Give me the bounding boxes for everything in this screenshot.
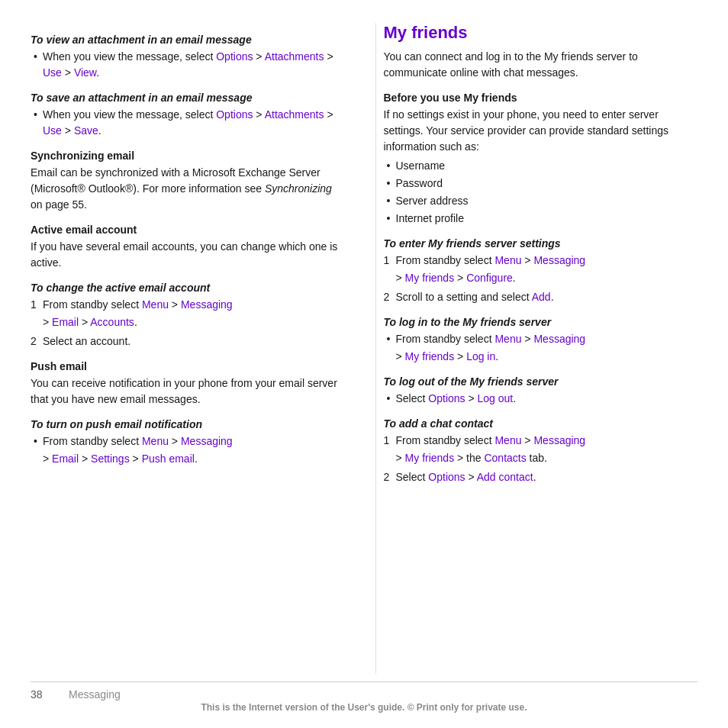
- link-messaging-5[interactable]: Messaging: [533, 434, 585, 446]
- heading-log-out: To log out of the My friends server: [384, 375, 698, 388]
- heading-save-attachment: To save an attachment in an email messag…: [31, 92, 345, 104]
- link-messaging-2[interactable]: Messaging: [181, 435, 233, 447]
- section-enter-settings: To enter My friends server settings 1 Fr…: [384, 237, 698, 305]
- step1-add-contact: 1 From standby select Menu > Messaging: [384, 433, 698, 449]
- link-menu-3[interactable]: Menu: [494, 254, 521, 266]
- step2-enter-settings: 2 Scroll to a setting and select Add.: [384, 289, 698, 305]
- footer-page-number: 38: [31, 688, 53, 701]
- section-sync-email: Synchronizing email Email can be synchro…: [31, 150, 345, 213]
- link-push-email[interactable]: Push email: [142, 453, 195, 465]
- bullet-view-text: When you view the message, select: [43, 50, 216, 63]
- page-container: To view an attachment in an email messag…: [0, 0, 728, 728]
- heading-active-account: Active email account: [31, 224, 345, 236]
- bullet-log-in-cont: > My friends > Log in.: [384, 349, 698, 365]
- link-save-1[interactable]: Save: [74, 124, 98, 137]
- heading-change-account: To change the active email account: [31, 282, 345, 294]
- section-log-in: To log in to the My friends server From …: [384, 316, 698, 365]
- intro-my-friends: You can connect and log in to the My fri…: [384, 49, 698, 81]
- step1-enter-text: From standby select: [396, 254, 495, 266]
- step2-add-contact: 2 Select Options > Add contact.: [384, 469, 698, 485]
- step2-change-account: 2 Select an account.: [31, 333, 345, 350]
- link-my-friends-2[interactable]: My friends: [405, 350, 455, 362]
- section-add-chat-contact: To add a chat contact 1 From standby sel…: [384, 417, 698, 485]
- link-menu-4[interactable]: Menu: [494, 333, 521, 345]
- step-num-5: 1: [384, 433, 390, 449]
- bullet-log-in: From standby select Menu > Messaging: [384, 331, 698, 347]
- step1-enter-settings: 1 From standby select Menu > Messaging: [384, 253, 698, 269]
- section-turn-on-push: To turn on push email notification From …: [31, 418, 345, 467]
- heading-add-chat-contact: To add a chat contact: [384, 417, 698, 430]
- link-contacts-tab[interactable]: Contacts: [484, 452, 526, 464]
- body-before-use: If no settings exist in your phone, you …: [384, 107, 698, 155]
- link-options-3[interactable]: Options: [428, 392, 465, 404]
- section-push-email: Push email You can receive notification …: [31, 360, 345, 407]
- sep3: >: [62, 66, 74, 79]
- link-messaging-3[interactable]: Messaging: [533, 254, 585, 266]
- link-messaging-4[interactable]: Messaging: [533, 333, 585, 345]
- link-attachments-1[interactable]: Attachments: [265, 50, 324, 63]
- link-email-1[interactable]: Email: [52, 316, 79, 328]
- bullet-turn-on-push: From standby select Menu > Messaging: [31, 433, 345, 449]
- step1-add-text: From standby select: [396, 434, 495, 446]
- link-settings-1[interactable]: Settings: [91, 453, 130, 465]
- end1: .: [96, 66, 99, 79]
- bullet-push-text: From standby select: [43, 435, 142, 447]
- body-sync-email: Email can be synchronized with a Microso…: [31, 165, 345, 213]
- sep1: >: [253, 50, 264, 63]
- link-my-friends-1[interactable]: My friends: [405, 272, 455, 284]
- step2-enter-text: Scroll to a setting and select: [396, 291, 532, 303]
- right-column: My friends You can connect and log in to…: [375, 23, 698, 674]
- link-options-1[interactable]: Options: [216, 50, 253, 63]
- link-attachments-2[interactable]: Attachments: [265, 108, 324, 121]
- section-change-account: To change the active email account 1 Fro…: [31, 282, 345, 350]
- link-menu-2[interactable]: Menu: [142, 435, 169, 447]
- link-email-2[interactable]: Email: [52, 453, 79, 465]
- footer-section-label: Messaging: [69, 688, 121, 701]
- link-accounts-1[interactable]: Accounts: [90, 316, 134, 328]
- heading-view-attachment: To view an attachment in an email messag…: [31, 34, 345, 46]
- body-active-account: If you have several email accounts, you …: [31, 239, 345, 271]
- link-menu-1[interactable]: Menu: [142, 298, 169, 311]
- bullet-internet-profile: Internet profile: [384, 211, 698, 227]
- step-num-1: 1: [31, 297, 37, 313]
- heading-turn-on-push: To turn on push email notification: [31, 418, 345, 430]
- bullet-login-text: From standby select: [396, 333, 495, 345]
- link-add-contact[interactable]: Add contact: [477, 471, 533, 483]
- footer: 38 Messaging This is the Internet versio…: [31, 681, 697, 713]
- step1-add-contact-cont: > My friends > the Contacts tab.: [384, 450, 698, 466]
- link-messaging-1[interactable]: Messaging: [181, 298, 233, 311]
- bullet-password: Password: [384, 176, 698, 192]
- link-configure[interactable]: Configure: [466, 272, 513, 284]
- link-use-1[interactable]: Use: [43, 66, 62, 79]
- footer-disclaimer: This is the Internet version of the User…: [31, 702, 697, 713]
- bullet-save-text: When you view the message, select: [43, 108, 216, 121]
- step2-text: Select an account.: [43, 335, 130, 347]
- heading-enter-settings: To enter My friends server settings: [384, 237, 698, 250]
- step1-enter-settings-cont: > My friends > Configure.: [384, 270, 698, 286]
- left-column: To view an attachment in an email messag…: [31, 23, 353, 674]
- link-log-out[interactable]: Log out: [478, 392, 514, 404]
- section-save-attachment: To save an attachment in an email messag…: [31, 92, 345, 139]
- link-options-4[interactable]: Options: [428, 471, 465, 483]
- step1-change-account: 1 From standby select Menu > Messaging: [31, 297, 345, 313]
- link-log-in[interactable]: Log in: [466, 350, 495, 362]
- link-my-friends-3[interactable]: My friends: [405, 452, 455, 464]
- step-num-6: 2: [384, 469, 390, 485]
- link-options-2[interactable]: Options: [216, 108, 253, 121]
- link-view-1[interactable]: View: [74, 66, 96, 79]
- step-num-4: 2: [384, 289, 390, 305]
- bullet-server-address: Server address: [384, 193, 698, 209]
- page-title-my-friends: My friends: [384, 23, 698, 43]
- heading-sync-email: Synchronizing email: [31, 150, 345, 162]
- bullet-logout-text: Select: [396, 392, 429, 404]
- step2-add-text: Select: [396, 471, 429, 483]
- link-menu-5[interactable]: Menu: [494, 434, 521, 446]
- bullet-view-attachment: When you view the message, select Option…: [31, 49, 345, 81]
- link-use-2[interactable]: Use: [43, 124, 62, 137]
- step1-text: From standby select: [43, 298, 142, 311]
- bullet-turn-on-push-cont: > Email > Settings > Push email.: [31, 451, 345, 467]
- bullet-save-attachment: When you view the message, select Option…: [31, 107, 345, 139]
- content-columns: To view an attachment in an email messag…: [31, 23, 697, 674]
- section-active-account: Active email account If you have several…: [31, 224, 345, 271]
- link-add-1[interactable]: Add: [532, 291, 551, 303]
